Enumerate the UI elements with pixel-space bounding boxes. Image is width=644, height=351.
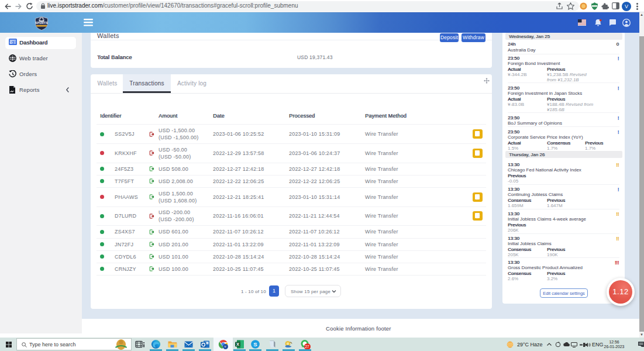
svg-text:SPORTS: SPORTS xyxy=(35,22,48,25)
svg-text:X: X xyxy=(236,342,239,347)
svg-text:S: S xyxy=(253,341,257,347)
